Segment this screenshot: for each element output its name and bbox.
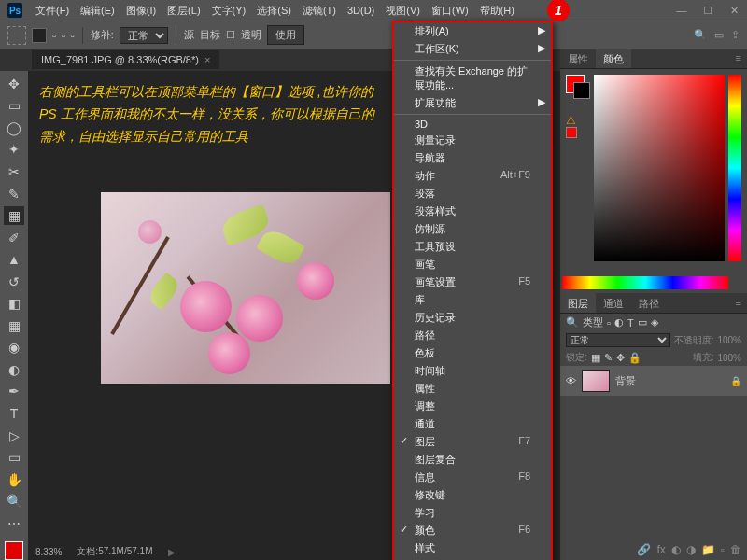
tab-color[interactable]: 颜色 [596,49,631,68]
lock-icon[interactable]: 🔒 [730,376,741,386]
menu-item[interactable]: 画笔 [394,256,551,273]
search-icon[interactable]: 🔍 [694,29,707,41]
menu-item[interactable]: 3D [394,117,551,132]
trans-chk[interactable]: ☐ [226,29,235,41]
close-icon[interactable]: ✕ [721,5,747,17]
zoom-level[interactable]: 8.33% [35,547,62,557]
panel-menu-icon[interactable]: ≡ [730,49,747,68]
marquee-tool[interactable]: ▭ [4,97,24,116]
menu-item[interactable]: 历史记录 [394,309,551,327]
fx-icon[interactable]: fx [656,543,665,556]
move-tool[interactable]: ✥ [4,75,24,93]
filter-icon[interactable]: 🔍 [566,316,579,329]
menu-item[interactable]: 段落样式 [394,203,551,220]
adj-icon[interactable]: ◑ [686,543,696,556]
blend-mode-select[interactable]: 正常 [566,333,670,347]
filter-smart-icon[interactable]: ◈ [651,316,658,329]
saturation-value-picker[interactable] [594,75,725,261]
menu-item[interactable]: 扩展功能▶ [394,94,551,112]
menu-item[interactable]: 查找有关 Exchange 的扩展功能... [394,63,551,94]
path-tool[interactable]: ▷ [4,427,24,445]
menu-item[interactable]: 动作Alt+F9 [394,167,551,185]
menu-file[interactable]: 文件(F) [30,4,75,18]
type-tool[interactable]: T [4,404,24,423]
menu-item[interactable]: 时间轴 [394,362,551,380]
menu-window[interactable]: 窗口(W) [426,4,474,18]
stamp-tool[interactable]: ▲ [4,250,24,269]
status-arrow-icon[interactable]: ▶ [168,547,176,557]
patch-tool[interactable]: ▦ [4,206,24,225]
filter-adj-icon[interactable]: ◐ [614,316,624,329]
tab-paths[interactable]: 路径 [631,293,667,313]
wand-tool[interactable]: ✦ [4,141,24,160]
menu-item[interactable]: 排列(A)▶ [394,22,551,40]
fill-value[interactable]: 100% [717,353,741,363]
panel-menu-icon[interactable]: ≡ [730,293,747,313]
lasso-tool[interactable]: ◯ [4,119,24,137]
history-brush-tool[interactable]: ↺ [4,273,24,291]
color-swatches[interactable] [5,541,23,560]
menu-item[interactable]: 图层复合 [394,451,551,469]
dodge-tool[interactable]: ◐ [4,360,24,379]
opt-icon[interactable] [32,28,47,43]
document-tab[interactable]: IMG_7981.JPG @ 8.33%(RGB/8*) × [32,50,219,69]
menu-view[interactable]: 视图(V) [380,4,426,18]
menu-item[interactable]: 段落 [394,185,551,203]
brush-tool[interactable]: ✐ [4,229,24,247]
menu-item[interactable]: 仿制源 [394,220,551,238]
websafe-swatch[interactable] [566,127,577,138]
mode-select[interactable]: 正常 [120,27,168,44]
menu-edit[interactable]: 编辑(E) [75,4,120,18]
lock-pixel-icon[interactable]: ✎ [604,352,613,364]
menu-item[interactable]: 路径 [394,327,551,344]
layer-row[interactable]: 👁 背景 🔒 [560,366,747,396]
menu-layer[interactable]: 图层(L) [162,4,205,18]
menu-item[interactable]: 测量记录 [394,132,551,149]
menu-type[interactable]: 文字(Y) [206,4,252,18]
gamut-warning-icon[interactable]: ⚠ [566,114,576,127]
crop-tool[interactable]: ✂ [4,162,24,181]
layer-name[interactable]: 背景 [615,374,636,388]
layer-thumbnail[interactable] [582,370,610,392]
menu-item[interactable]: ✓颜色F6 [394,522,551,539]
menu-item[interactable]: 通道 [394,415,551,433]
shape-tool[interactable]: ▭ [4,448,24,467]
menu-image[interactable]: 图像(I) [120,4,162,18]
folder-icon[interactable]: 📁 [701,543,715,556]
use-btn[interactable]: 使用 [267,25,304,45]
filter-pixel-icon[interactable]: ▫ [607,317,611,329]
menu-item[interactable]: 样式 [394,539,551,557]
lock-all-icon[interactable]: 🔒 [628,352,641,364]
spectrum-bar[interactable] [562,276,728,289]
tab-channels[interactable]: 通道 [596,293,631,313]
filter-shape-icon[interactable]: ▭ [638,316,647,329]
menu-item[interactable]: 工具预设 [394,238,551,256]
tab-properties[interactable]: 属性 [560,49,596,68]
lock-pos-icon[interactable]: ✥ [616,352,625,364]
menu-filter[interactable]: 滤镜(T) [297,4,342,18]
zoom-tool[interactable]: 🔍 [4,492,24,511]
maximize-icon[interactable]: ☐ [695,5,721,17]
pen-tool[interactable]: ✒ [4,383,24,401]
mask-icon[interactable]: ◐ [671,543,681,556]
menu-item[interactable]: 调整 [394,398,551,415]
opacity-value[interactable]: 100% [717,335,741,345]
eyedropper-tool[interactable]: ✎ [4,185,24,203]
opt-icon[interactable]: ▫ [71,30,75,41]
opt-icon[interactable]: ▫ [62,30,65,41]
link-icon[interactable]: 🔗 [637,543,651,556]
gradient-tool[interactable]: ▦ [4,316,24,335]
menu-item[interactable]: 修改键 [394,486,551,504]
menu-select[interactable]: 选择(S) [251,4,297,18]
menu-item[interactable]: 导航器 [394,149,551,167]
tab-close-icon[interactable]: × [204,54,210,65]
current-tool-icon[interactable] [7,26,26,45]
menu-3d[interactable]: 3D(D) [342,5,380,16]
menu-item[interactable]: 库 [394,291,551,309]
filter-text-icon[interactable]: T [627,317,634,329]
menu-item[interactable]: 学习 [394,504,551,522]
src-btn[interactable]: 源 [184,28,194,42]
menu-item[interactable]: 画笔设置F5 [394,273,551,291]
opt-icon[interactable]: ▫ [52,30,56,41]
menu-item[interactable]: 属性 [394,380,551,398]
